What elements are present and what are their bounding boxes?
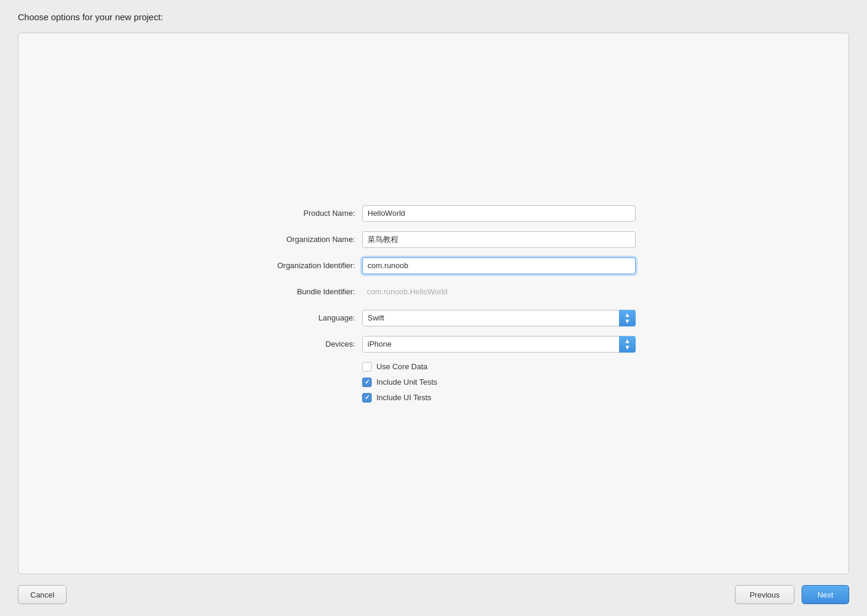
product-name-input[interactable] xyxy=(362,205,636,222)
org-id-row: Organization Identifier: xyxy=(231,257,636,274)
use-core-data-checkbox[interactable] xyxy=(362,362,372,372)
form-container: Product Name: Organization Name: Organiz… xyxy=(231,205,636,403)
include-unit-tests-row: Include Unit Tests xyxy=(362,378,636,387)
org-name-label: Organization Name: xyxy=(231,235,362,244)
devices-select[interactable]: iPhone iPad Universal xyxy=(362,336,636,353)
language-select[interactable]: Swift Objective-C xyxy=(362,310,636,326)
include-ui-tests-row: Include UI Tests xyxy=(362,393,636,403)
right-buttons: Previous Next xyxy=(735,585,849,604)
product-name-label: Product Name: xyxy=(231,209,362,218)
product-name-row: Product Name: xyxy=(231,205,636,222)
devices-label: Devices: xyxy=(231,340,362,348)
language-select-wrapper: Swift Objective-C ▲▼ xyxy=(362,310,636,326)
org-name-row: Organization Name: xyxy=(231,231,636,248)
org-id-label: Organization Identifier: xyxy=(231,261,362,270)
use-core-data-row: Use Core Data xyxy=(362,362,636,372)
next-button[interactable]: Next xyxy=(802,585,849,604)
language-label: Language: xyxy=(231,313,362,322)
include-ui-tests-checkbox[interactable] xyxy=(362,393,372,403)
footer-bar: Cancel Previous Next xyxy=(18,574,849,604)
main-panel: Product Name: Organization Name: Organiz… xyxy=(18,33,849,574)
include-ui-tests-label: Include UI Tests xyxy=(376,393,431,402)
language-row: Language: Swift Objective-C ▲▼ xyxy=(231,310,636,326)
use-core-data-label: Use Core Data xyxy=(376,362,428,371)
devices-select-wrapper: iPhone iPad Universal ▲▼ xyxy=(362,336,636,353)
cancel-button[interactable]: Cancel xyxy=(18,585,67,604)
bundle-id-value: com.runoob.HelloWorld xyxy=(362,284,636,300)
org-name-input[interactable] xyxy=(362,231,636,248)
checkboxes-area: Use Core Data Include Unit Tests Include… xyxy=(231,362,636,403)
org-id-input[interactable] xyxy=(362,257,636,274)
include-unit-tests-checkbox[interactable] xyxy=(362,378,372,387)
page-title: Choose options for your new project: xyxy=(18,12,849,22)
previous-button[interactable]: Previous xyxy=(735,585,794,604)
devices-row: Devices: iPhone iPad Universal ▲▼ xyxy=(231,336,636,353)
bundle-id-row: Bundle Identifier: com.runoob.HelloWorld xyxy=(231,284,636,300)
include-unit-tests-label: Include Unit Tests xyxy=(376,378,437,386)
bundle-id-label: Bundle Identifier: xyxy=(231,287,362,296)
